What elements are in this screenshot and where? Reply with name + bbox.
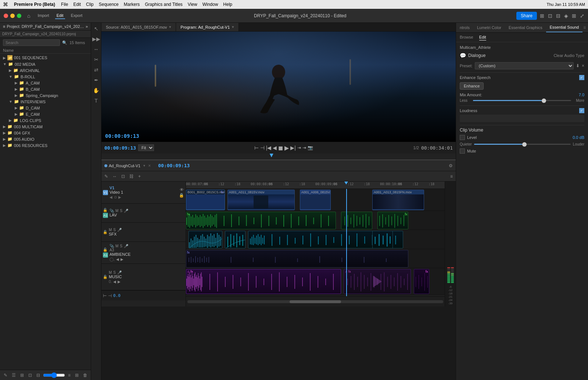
step-back-btn[interactable]: ◀ [273, 145, 277, 151]
hand-tool[interactable]: ✋ [92, 86, 101, 95]
enhance-speech-checkbox[interactable] [579, 75, 584, 80]
program-monitor-tab[interactable]: Program: Ad_RoughCut-V1 ▾ [176, 23, 239, 31]
selection-tool[interactable]: ↖ [93, 24, 100, 33]
tab-controls[interactable]: ntrols [456, 23, 473, 32]
nav-import[interactable]: Import [36, 12, 50, 19]
music-clip-3[interactable]: fx [414, 269, 429, 294]
project-search-input[interactable] [3, 39, 60, 46]
mark-in-btn[interactable]: ⊢ [254, 145, 259, 151]
program-timecode-in[interactable]: 00:00:09:13 [104, 145, 136, 151]
enhance-button[interactable]: Enhance [460, 82, 484, 90]
tree-item-gfx[interactable]: ▶ 📁 004 GFX [0, 130, 91, 136]
settings-btn[interactable]: ≡ [449, 173, 454, 180]
timeline-settings-btn[interactable]: ⚙ [449, 163, 453, 168]
mark-out-btn[interactable]: ⊣ [260, 145, 265, 151]
a3-toggle[interactable]: A1 [103, 252, 108, 258]
a2-lock-icon[interactable]: 🔓 [103, 230, 107, 234]
level-checkbox[interactable] [460, 135, 465, 140]
audio-track-sfx[interactable] [186, 230, 445, 249]
tree-item-multicam[interactable]: ▶ 📁 003 MULTICAM [0, 123, 91, 130]
source-tab-arrow[interactable]: ▾ [169, 25, 171, 29]
menu-file[interactable]: File [61, 2, 68, 7]
a1-toggle[interactable]: A1 [103, 213, 108, 218]
fullscreen-icon[interactable]: ⤢ [580, 13, 584, 19]
video-clip-4[interactable]: A001_A013_0815FN.mov [372, 190, 424, 210]
tab-essential-sound[interactable]: Essential Sound [546, 23, 583, 32]
a1-m-btn[interactable]: M [115, 209, 118, 213]
a4-lock-icon[interactable]: 🔓 [103, 275, 107, 279]
monitor-timeline-mini[interactable] [101, 154, 456, 159]
v1-lock-icon[interactable]: 🔒 [179, 193, 184, 198]
a3-m-btn[interactable]: M [115, 244, 118, 248]
sort-btn[interactable]: ⊟ [35, 372, 42, 379]
sequence-tab[interactable]: Ad_RoughCut-V1 ▾ × [104, 163, 151, 168]
overwrite-btn[interactable]: ⇥ [302, 145, 306, 150]
video-clip-2[interactable]: A001_A011_0815V.mov [227, 190, 295, 210]
export-icon[interactable]: ⊡ [548, 13, 552, 19]
track-select-tool[interactable]: ▶▶ [91, 35, 102, 43]
step-forward-btn[interactable]: ▶| [290, 145, 296, 151]
sfx-clip-2[interactable] [225, 231, 245, 248]
timeline-timecode[interactable]: 00:00:09:13 [158, 163, 190, 168]
filter-btn[interactable]: ≡ [67, 372, 72, 379]
add-track-btn[interactable]: + [137, 173, 142, 180]
sequence-close-icon[interactable]: × [148, 163, 151, 168]
a1-s-btn[interactable]: S [120, 209, 122, 213]
tree-item-logclips[interactable]: ▶ 📁 LOG CLIPS [0, 117, 91, 123]
fit-dropdown[interactable]: Fit [138, 144, 154, 151]
menu-view[interactable]: View [188, 2, 197, 7]
nav-export[interactable]: Export [69, 12, 84, 19]
menu-help[interactable]: Help [223, 2, 232, 7]
list-view-btn[interactable]: ☰ [10, 372, 17, 379]
minimize-button[interactable] [10, 14, 15, 18]
panels-icon[interactable]: ⊟ [556, 13, 560, 19]
mix-amount-value[interactable]: 7.0 [579, 93, 584, 97]
es-tab-browse[interactable]: Browse [460, 34, 473, 40]
audio-track-ambience[interactable]: fx [186, 249, 445, 268]
panel-expand-icon[interactable]: » [86, 24, 88, 29]
v1-prev-btn[interactable]: ◀ [110, 195, 112, 199]
sfx-clip-4[interactable] [372, 231, 393, 248]
a4-prev-btn[interactable]: ◀ [113, 280, 116, 284]
a1-mic-icon[interactable]: 🎤 [124, 209, 128, 213]
new-bin-btn[interactable]: ✎ [2, 372, 9, 379]
lav-clip-2[interactable] [341, 212, 372, 229]
tab-text[interactable]: Text [586, 23, 588, 32]
preset-dropdown[interactable]: (Custom) [475, 62, 574, 69]
preset-delete-icon[interactable]: × [582, 63, 584, 68]
menu-markers[interactable]: Markers [124, 2, 140, 7]
close-button[interactable] [4, 14, 8, 18]
go-to-start-btn[interactable]: ⊢ [103, 293, 107, 298]
music-clip-2[interactable]: ♫ fx [344, 269, 411, 294]
a1-lock-icon[interactable]: 🔓 [103, 208, 108, 212]
a2-mic-icon[interactable]: 🎤 [117, 228, 122, 232]
tree-item-spring[interactable]: ▶ 📁 Spring_Campaign [0, 92, 91, 98]
snap-btn[interactable]: ⊡ [120, 173, 126, 180]
lav-clip-3[interactable]: fx [377, 212, 408, 229]
level-value[interactable]: 0.0 dB [573, 135, 584, 140]
level-slider-track[interactable] [474, 144, 571, 145]
audio-track-lav[interactable]: fx [186, 211, 445, 230]
maximize-button[interactable] [17, 14, 21, 18]
timeline-scrollbar[interactable] [187, 300, 443, 303]
tree-item-broll[interactable]: ▼ 📁 B-ROLL [0, 74, 91, 80]
a3-prev-btn[interactable]: ◀ [116, 257, 119, 261]
tree-item-media[interactable]: ▼ 📁 002 MEDIA [0, 61, 91, 67]
a3-s-btn[interactable]: S [120, 244, 122, 248]
monitor-video-frame[interactable]: 00:00:09:13 [101, 32, 456, 142]
a2-s-btn[interactable]: S [113, 228, 116, 232]
v1-toggle[interactable]: V1 [103, 190, 108, 195]
mix-slider-thumb[interactable] [542, 98, 546, 103]
menu-graphics[interactable]: Graphics and Titles [145, 2, 183, 7]
tab-essential-graphics[interactable]: Essential Graphics [505, 23, 546, 32]
panel-menu-icon[interactable]: ≡ [3, 24, 5, 29]
insert-btn[interactable]: ⇥ [297, 145, 301, 150]
tree-item-archival[interactable]: ▶ 📁 ARCHIVAL [0, 67, 91, 74]
v1-next-btn[interactable]: ▶ [118, 195, 121, 199]
stop-btn[interactable]: ◼ [278, 144, 283, 151]
tree-item-acam[interactable]: ▶ 📁 A_CAM [0, 80, 91, 86]
mute-checkbox[interactable] [460, 148, 465, 154]
linked-selection-btn[interactable]: ⛓ [128, 173, 135, 180]
video-clip-1[interactable]: B001_B002_0815CS.mov [200%] fx [186, 190, 225, 210]
camera-btn[interactable]: 📷 [308, 145, 313, 150]
